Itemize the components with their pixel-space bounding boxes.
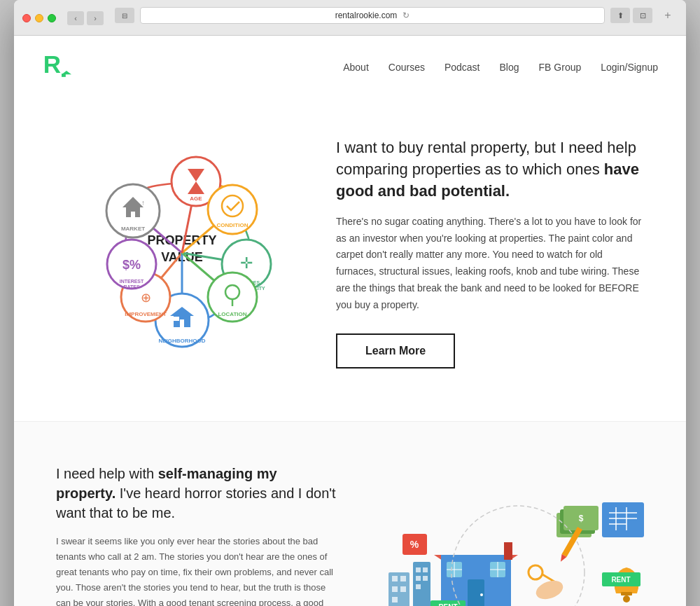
forward-button[interactable]: › xyxy=(87,11,104,25)
svg-rect-31 xyxy=(174,317,179,321)
section2-heading-normal: I need help with xyxy=(56,466,158,481)
nav-courses[interactable]: Courses xyxy=(388,62,425,73)
svg-text:PROPERTY: PROPERTY xyxy=(147,233,216,247)
svg-point-53 xyxy=(528,565,542,579)
svg-rect-74 xyxy=(413,562,430,606)
svg-rect-72 xyxy=(400,586,406,592)
svg-rect-73 xyxy=(392,597,398,602)
reader-mode-button[interactable]: ⊟ xyxy=(115,8,134,23)
svg-rect-8 xyxy=(131,212,135,217)
browser-window: ‹ › ⊟ rentalrookie.com ↻ ⬆ ⊡ + xyxy=(14,0,686,606)
section1-body: There's no sugar coating anything. There… xyxy=(336,214,644,314)
svg-text:%: % xyxy=(410,539,419,550)
svg-text:✛: ✛ xyxy=(240,254,253,272)
maximize-button[interactable] xyxy=(48,14,56,22)
svg-rect-62 xyxy=(602,502,644,537)
svg-text:R: R xyxy=(43,50,61,78)
svg-rect-50 xyxy=(504,542,512,560)
nav-blog[interactable]: Blog xyxy=(500,62,519,73)
nav-links: About Courses Podcast Blog FB Group Logi… xyxy=(343,61,658,74)
section1-text-block: I want to buy rental property, but I nee… xyxy=(336,137,644,368)
learn-more-button[interactable]: Learn More xyxy=(336,333,455,369)
svg-rect-79 xyxy=(416,584,421,589)
svg-text:$: $ xyxy=(579,514,584,523)
add-tab-button[interactable]: + xyxy=(658,8,678,23)
svg-point-43 xyxy=(480,593,483,596)
section2-body: I swear it seems like you only ever hear… xyxy=(56,534,336,606)
section1-heading-normal: I want to buy rental property, but I nee… xyxy=(336,139,636,178)
svg-point-81 xyxy=(623,595,630,602)
minimize-button[interactable] xyxy=(35,14,43,22)
svg-text:RENT: RENT xyxy=(438,603,457,606)
svg-text:IMPROVEMENT: IMPROVEMENT xyxy=(125,311,167,317)
refresh-icon: ↻ xyxy=(402,11,410,20)
website-content: R About Courses Podcast Blog FB Group Lo… xyxy=(14,36,686,606)
svg-point-57 xyxy=(533,577,566,602)
svg-rect-78 xyxy=(423,576,428,581)
property-value-diagram: PROPERTY VALUE xyxy=(56,127,308,379)
svg-rect-75 xyxy=(416,567,421,572)
address-bar[interactable]: rentalrookie.com ↻ xyxy=(140,7,605,24)
section-property-comparison: PROPERTY VALUE xyxy=(14,99,686,421)
svg-rect-70 xyxy=(400,576,406,581)
svg-rect-42 xyxy=(468,579,484,606)
section2-heading: I need help with self-managing my proper… xyxy=(56,464,336,523)
browser-chrome: ‹ › ⊟ rentalrookie.com ↻ ⬆ ⊡ + xyxy=(14,0,686,36)
svg-rect-30 xyxy=(180,319,184,327)
svg-text:LOCATION: LOCATION xyxy=(218,311,246,317)
svg-text:$%: $% xyxy=(122,258,141,272)
nav-podcast[interactable]: Podcast xyxy=(444,62,480,73)
site-navigation: R About Courses Podcast Blog FB Group Lo… xyxy=(14,36,686,99)
svg-rect-76 xyxy=(423,567,428,572)
back-button[interactable]: ‹ xyxy=(67,11,84,25)
svg-rect-68 xyxy=(388,572,410,606)
section2-text-block: I need help with self-managing my proper… xyxy=(56,464,336,606)
nav-about[interactable]: About xyxy=(343,62,369,73)
rent-illustration: RENT $ xyxy=(364,464,644,606)
browser-nav: ‹ › xyxy=(67,11,104,25)
svg-text:RENT: RENT xyxy=(611,576,630,584)
svg-text:NEIGHBORHOOD: NEIGHBORHOOD xyxy=(158,338,205,344)
svg-rect-71 xyxy=(392,586,398,592)
share-button[interactable]: ⬆ xyxy=(610,8,630,23)
new-tab-button[interactable]: ⊡ xyxy=(633,8,652,23)
svg-text:↑: ↑ xyxy=(141,199,145,207)
svg-rect-77 xyxy=(416,576,421,581)
svg-text:AGE: AGE xyxy=(190,195,202,202)
traffic-lights xyxy=(22,14,56,22)
svg-text:INTEREST: INTEREST xyxy=(120,279,144,284)
section-self-managing: I need help with self-managing my proper… xyxy=(14,421,686,606)
svg-rect-2 xyxy=(62,74,66,77)
svg-rect-69 xyxy=(392,576,398,581)
site-logo[interactable]: R xyxy=(42,48,77,86)
nav-fb-group[interactable]: FB Group xyxy=(539,62,582,73)
svg-rect-80 xyxy=(621,592,632,595)
url-text: rentalrookie.com xyxy=(335,11,398,20)
svg-text:CONDITION: CONDITION xyxy=(217,222,248,228)
svg-text:⊕: ⊕ xyxy=(141,291,151,305)
svg-text:MARKET: MARKET xyxy=(121,226,145,232)
nav-login-signup[interactable]: Login/Signup xyxy=(601,62,658,73)
svg-text:RATES: RATES xyxy=(123,284,140,289)
section1-heading: I want to buy rental property, but I nee… xyxy=(336,137,644,202)
close-button[interactable] xyxy=(22,14,31,22)
